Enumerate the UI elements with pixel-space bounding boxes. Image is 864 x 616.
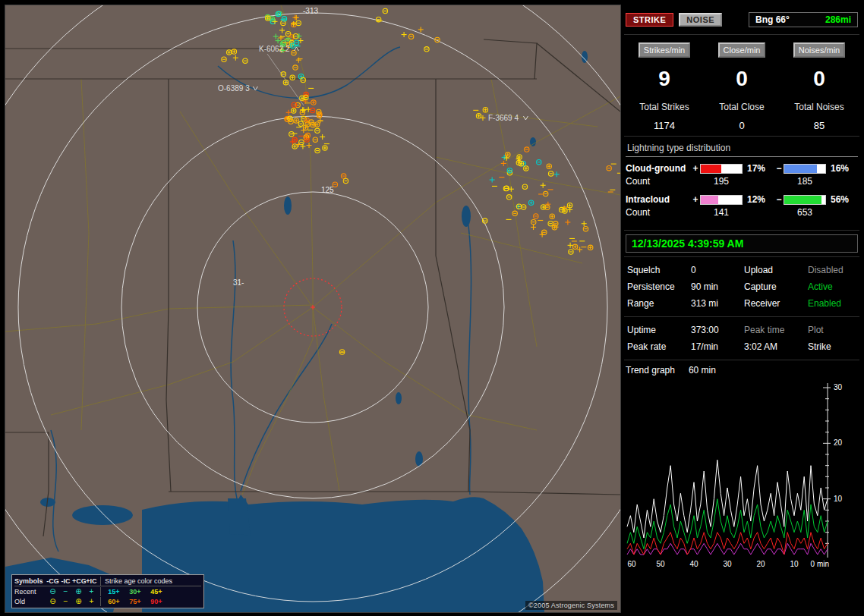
bearing-readout: Bng 66° 286mi	[749, 12, 858, 27]
minus-sign: −	[774, 194, 784, 205]
noise-indicator[interactable]: NOISE	[679, 13, 722, 27]
trend-y-tick-label: 10	[834, 495, 843, 503]
bearing-label: Bng 66°	[755, 14, 790, 25]
datetime-readout: 12/13/2025 4:39:59 AM	[626, 234, 858, 253]
intracloud-positive-count: 141	[700, 207, 743, 218]
legend-strike-symbol-icon: ⊕	[72, 597, 85, 606]
cloud-ground-negative-bar	[784, 164, 826, 174]
range-value: 313 mi	[691, 298, 744, 309]
strikes-column: Strikes/min 9 Total Strikes 1174	[626, 42, 703, 131]
intracloud-positive-bar	[700, 195, 743, 205]
legend-age-code: 75+	[125, 597, 146, 606]
intracloud-positive-pct: 12%	[743, 194, 774, 205]
legend-strike-symbol-icon: ⊕	[72, 587, 85, 596]
persistence-value: 90 min	[691, 281, 744, 292]
trend-series-intracloud	[627, 499, 828, 549]
noises-per-min-button[interactable]: Noises/min	[793, 42, 845, 58]
app-window: -31312531-K-6062 2O-6389 3F-3669 4 Symbo…	[0, 0, 864, 616]
bearing-range: 286mi	[825, 14, 851, 25]
noises-per-min-value: 0	[780, 67, 858, 91]
legend-age-codes: 60+75+90+	[100, 597, 167, 606]
trend-x-tick-label: 30	[723, 560, 732, 568]
receiver-value: Enabled	[808, 298, 856, 309]
storm-cell-label: O-6389 3	[218, 84, 250, 93]
storm-cell-label: K-6062 2	[259, 45, 290, 53]
lightning-map[interactable]: -31312531-K-6062 2O-6389 3F-3669 4	[5, 5, 620, 612]
trend-graph: 1020306050403020100 min	[624, 377, 859, 576]
intracloud-label: Intracloud	[626, 194, 691, 205]
count-label: Count	[626, 176, 691, 187]
close-per-min-value: 0	[703, 67, 780, 91]
legend-strike-symbol-icon: +	[85, 587, 98, 596]
peak-time-label: Peak time	[744, 325, 808, 335]
plus-sign: +	[691, 163, 700, 174]
trend-series-cloud-ground	[627, 533, 828, 555]
cloud-ground-count-row: Count 195 185	[626, 176, 858, 187]
legend-strike-symbol-icon: +	[85, 597, 98, 606]
legend-column-header: +CG	[72, 577, 85, 586]
legend-column-header: -CG	[46, 577, 59, 586]
cloud-ground-positive-pct: 17%	[743, 163, 774, 174]
legend-age-code: 45+	[146, 587, 167, 596]
receiver-label: Receiver	[744, 298, 808, 309]
intracloud-count-row: Count 141 653	[626, 207, 858, 218]
uptime-value: 373:00	[691, 325, 744, 335]
uptime-label: Uptime	[627, 325, 691, 335]
trend-x-tick-label: 10	[790, 560, 799, 568]
legend-strike-symbol-icon: ⊖	[46, 587, 59, 596]
total-strikes-label: Total Strikes	[626, 102, 703, 112]
strike-indicator[interactable]: STRIKE	[626, 13, 673, 27]
total-close-value: 0	[703, 120, 780, 131]
trend-series-total-strikes	[627, 460, 828, 538]
legend-age-header: Strike age color codes	[100, 577, 201, 586]
cloud-ground-row: Cloud-ground + 17% − 16%	[626, 163, 858, 174]
range-ring-label: 125	[321, 186, 334, 194]
legend-row-label: Old	[14, 597, 46, 606]
upload-value: Disabled	[808, 265, 856, 275]
trend-y-tick-label: 30	[834, 383, 843, 391]
storm-cell-label: F-3669 4	[488, 114, 519, 122]
legend-row-label: Recent	[14, 587, 46, 596]
legend-strike-symbol-icon: ⊖	[46, 597, 59, 606]
noises-column: Noises/min 0 Total Noises 85	[780, 42, 858, 131]
legend-age-code: 30+	[125, 587, 146, 596]
trend-x-tick-label: 60	[627, 560, 636, 568]
legend-row: Old⊖−⊕+60+75+90+	[14, 596, 201, 606]
legend-row: Recent⊖−⊕+15+30+45+	[14, 586, 201, 596]
legend-age-code: 90+	[146, 597, 167, 606]
strikes-per-min-button[interactable]: Strikes/min	[639, 42, 690, 58]
session-stats-section: Uptime 373:00 Peak time Plot Peak rate 1…	[624, 317, 859, 360]
range-label: Range	[627, 298, 691, 309]
count-label: Count	[626, 207, 691, 218]
cloud-ground-positive-bar	[700, 164, 743, 174]
close-per-min-button[interactable]: Close/min	[718, 42, 766, 58]
squelch-label: Squelch	[627, 265, 691, 275]
strikes-per-min-value: 9	[626, 67, 703, 91]
persistence-label: Persistence	[627, 281, 691, 292]
legend-strike-symbol-icon: −	[59, 587, 72, 596]
capture-value: Active	[808, 281, 856, 292]
datetime-section: 12/13/2025 4:39:59 AM	[624, 231, 859, 257]
plus-sign: +	[691, 194, 700, 205]
total-strikes-value: 1174	[626, 120, 703, 131]
trend-graph-label: Trend graph	[626, 365, 675, 376]
peak-rate-value: 17/min	[691, 341, 744, 352]
distribution-section: Lightning type distribution Cloud-ground…	[624, 137, 859, 231]
trend-y-tick-label: 20	[834, 438, 843, 447]
trend-x-tick-label: 50	[656, 560, 665, 568]
legend-strike-symbol-icon: −	[59, 597, 72, 606]
trend-header: Trend graph 60 min	[624, 360, 859, 377]
map-legend: Symbols-CG-IC+CG+ICStrike age color code…	[11, 574, 204, 608]
cloud-ground-negative-count: 185	[784, 176, 826, 187]
minus-sign: −	[774, 163, 784, 174]
peak-time-value: 3:02 AM	[744, 341, 808, 352]
trend-x-tick-label: 40	[689, 560, 698, 568]
plot-label: Plot	[808, 325, 856, 335]
trend-window-value: 60 min	[689, 365, 716, 376]
lightning-map-panel: -31312531-K-6062 2O-6389 3F-3669 4 Symbo…	[5, 5, 621, 613]
trend-x-tick-label: 20	[756, 560, 765, 568]
upload-label: Upload	[744, 265, 808, 275]
cloud-ground-negative-pct: 16%	[826, 163, 858, 174]
intracloud-negative-count: 653	[784, 207, 826, 218]
legend-symbols-header: Symbols	[14, 577, 46, 586]
